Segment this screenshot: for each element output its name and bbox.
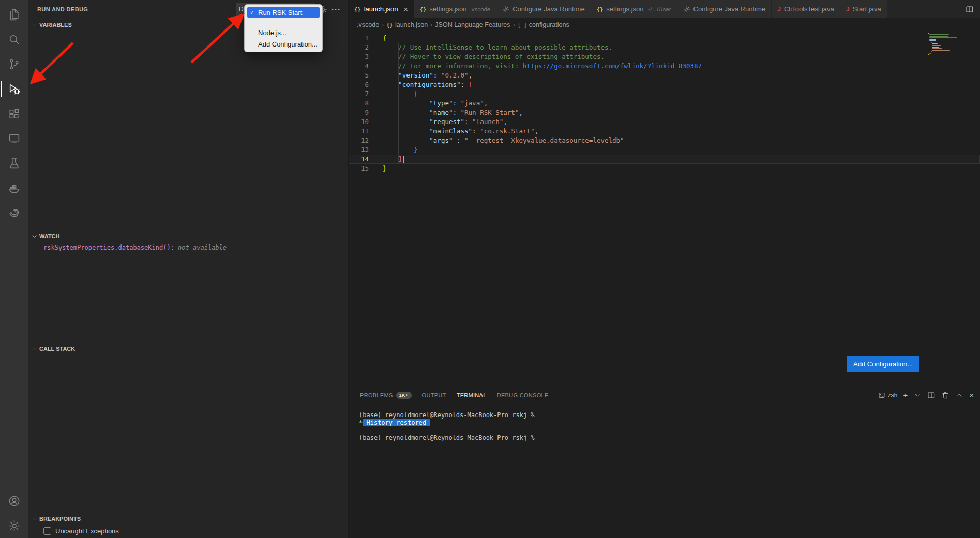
editor-tab-configure-java-runtime[interactable]: Configure Java Runtime [496,0,591,18]
panel-tab-terminal[interactable]: TERMINAL [451,386,492,404]
watch-section-header[interactable]: WATCH [28,230,348,242]
line-number[interactable]: 8 [349,99,369,108]
line-number[interactable]: 4 [349,62,369,71]
code-token: , [519,109,523,116]
split-terminal-icon[interactable] [927,391,936,399]
code-line[interactable]: 9 "name": "Run RSK Start", [349,108,980,117]
code-line[interactable]: 7 { [349,89,980,99]
line-number[interactable]: 6 [349,80,369,89]
terminal-profiles-chevron-icon[interactable] [913,391,922,399]
more-actions-icon[interactable]: ··· [331,5,341,14]
kill-terminal-trash-icon[interactable] [941,391,949,399]
editor-tab-settings-json[interactable]: {}settings.json.vscode [414,0,497,18]
code-token: } [383,164,387,172]
code-line[interactable]: 6 "configurations": [ [349,80,980,89]
line-number[interactable]: 14 [349,155,369,164]
settings-gear-icon [8,519,21,532]
code-line[interactable]: 12 "args" : "--regtest -Xkeyvalue.dataso… [349,136,980,145]
close-panel-icon[interactable]: × [969,391,974,399]
code-line[interactable]: 15} [349,164,980,173]
line-number[interactable]: 12 [349,136,369,145]
code-token: "mainClass" [429,127,472,135]
code-token [383,81,398,88]
editor-tab-launch-json[interactable]: {}launch.json× [349,0,414,18]
testing-icon [8,157,21,170]
uncaught-exceptions-checkbox[interactable] [43,527,51,535]
code-line[interactable]: 11 "mainClass": "co.rsk.Start", [349,127,980,136]
tab-description: .vscode [470,6,491,12]
minimap[interactable] [928,33,963,56]
split-editor-icon[interactable] [966,5,974,13]
menu-item-add-configuration[interactable]: Add Configuration... [247,38,320,50]
account-icon [8,495,21,508]
breadcrumb-item-vscode[interactable]: .vscode [357,21,379,28]
line-number[interactable]: 2 [349,43,369,52]
code-line[interactable]: 4 // For more information, visit: https:… [349,62,980,71]
breadcrumb-item-configurations[interactable]: [ ]configurations [518,21,569,28]
terminal-line: (base) reynoldmorel@Reynolds-MacBook-Pro… [359,411,980,419]
breadcrumb-item-json-language-features[interactable]: JSON Language Features [435,21,510,28]
line-number[interactable]: 13 [349,145,369,155]
terminal-text: (base) reynoldmorel@Reynolds-MacBook-Pro… [359,434,535,441]
activity-bar-item-gradle[interactable] [1,201,27,225]
activity-bar-item-settings[interactable] [1,513,27,538]
panel-actions: zsh+× [878,391,974,399]
activity-bar-item-docker[interactable] [1,176,27,201]
code-line[interactable]: 5 "version": "0.2.0", [349,71,980,80]
call-stack-section-header[interactable]: CALL STACK [28,343,348,355]
code-token: "args" [429,136,453,144]
code-area[interactable]: 1{2 // Use IntelliSense to learn about p… [349,32,980,173]
code-line[interactable]: 8 "type": "java", [349,99,980,108]
menu-item-node-js[interactable]: Node.js... [247,27,320,38]
panel-tab-debug-console[interactable]: DEBUG CONSOLE [492,386,554,404]
line-number[interactable]: 1 [349,34,369,43]
editor[interactable]: 1{2 // Use IntelliSense to learn about p… [349,32,980,386]
uncaught-exceptions-item[interactable]: Uncaught Exceptions [28,525,348,535]
line-number[interactable]: 9 [349,108,369,117]
activity-bar-item-accounts[interactable] [1,488,27,513]
chevron-down-icon [31,22,38,28]
minimap-line [929,36,948,37]
minimap-line [928,54,929,55]
code-line[interactable]: 2 // Use IntelliSense to learn about pos… [349,43,980,52]
code-line[interactable]: 3 // Hover to view descriptions of exist… [349,52,980,62]
panel-tab-label: TERMINAL [457,392,487,398]
activity-bar-item-remote-explorer[interactable] [1,126,27,151]
activity-bar-item-search[interactable] [1,27,27,52]
code-line[interactable]: 10 "request": "launch", [349,117,980,127]
breakpoints-section-header[interactable]: BREAKPOINTS [28,513,348,525]
line-number[interactable]: 11 [349,127,369,136]
close-icon[interactable]: × [403,5,408,13]
line-number[interactable]: 7 [349,89,369,99]
line-number[interactable]: 3 [349,52,369,62]
activity-bar-item-run-and-debug[interactable] [1,76,27,101]
line-number[interactable]: 10 [349,117,369,127]
activity-bar-item-source-control[interactable] [1,52,27,76]
code-token: "Run RSK Start" [461,109,519,116]
activity-bar-item-extensions[interactable] [1,101,27,126]
line-text: { [369,34,387,43]
activity-bar-item-testing[interactable] [1,151,27,176]
line-number[interactable]: 15 [349,164,369,173]
editor-tab-clitoolstest-java[interactable]: JCliToolsTest.java [772,0,840,18]
menu-item-run-rsk-start[interactable]: ✓Run RSK Start [247,7,320,18]
add-configuration-button[interactable]: Add Configuration... [847,356,919,372]
code-line[interactable]: 1{ [349,34,980,43]
editor-tab-start-java[interactable]: JStart.java [840,0,887,18]
panel-tab-problems[interactable]: PROBLEMS1K+ [355,386,417,404]
watch-expression-item[interactable]: rskSystemProperties.databaseKind(): not … [28,242,348,251]
editor-tab-configure-java-runtime[interactable]: Configure Java Runtime [677,0,772,18]
terminal-output[interactable]: (base) reynoldmorel@Reynolds-MacBook-Pro… [349,404,980,538]
code-line[interactable]: 14 ] [349,155,980,164]
breadcrumb-item-launch-json[interactable]: {}launch.json [386,21,428,28]
editor-tab-settings-json[interactable]: {}settings.json~/.../User [591,0,677,18]
terminal-shell-indicator[interactable]: zsh [878,392,898,399]
new-terminal-icon[interactable]: + [903,391,908,399]
activity-bar-item-explorer[interactable] [1,2,27,27]
json-file-icon: {} [354,6,361,12]
maximize-panel-chevron-icon[interactable] [955,391,963,399]
checkmark-icon: ✓ [250,9,257,16]
line-number[interactable]: 5 [349,71,369,80]
code-line[interactable]: 13 } [349,145,980,155]
panel-tab-output[interactable]: OUTPUT [417,386,451,404]
